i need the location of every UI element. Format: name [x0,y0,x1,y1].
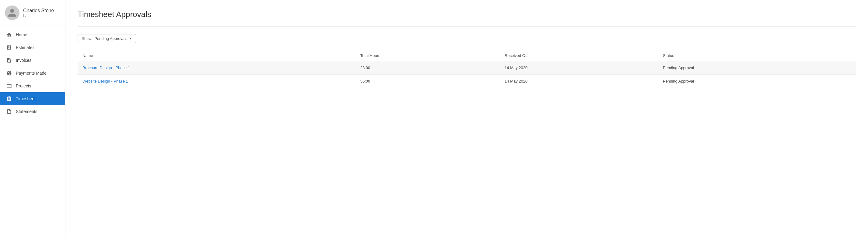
cell-total-hours: 23:00 [355,61,500,75]
sidebar-label-estimates: Estimates [16,45,34,50]
payments-icon [6,70,12,76]
table-body: Brochure Design - Phase 123:0014 May 202… [78,61,856,88]
timesheet-icon [6,96,12,102]
home-icon [6,32,12,38]
col-received-on: Received On [500,50,658,61]
cell-received-on: 14 May 2020 [500,61,658,75]
sidebar-item-home[interactable]: Home [0,28,65,41]
sidebar-label-payments-made: Payments Made [16,71,46,76]
cell-received-on: 14 May 2020 [500,75,658,88]
sidebar-label-home: Home [16,32,27,37]
avatar [5,5,20,20]
sidebar-label-projects: Projects [16,84,31,88]
sidebar-item-invoices[interactable]: Invoices [0,54,65,67]
user-subtitle: l . [23,13,54,18]
cell-status: Pending Approval [658,61,856,75]
filter-value: Pending Approvals [94,36,127,41]
estimates-icon [6,45,12,51]
sidebar-item-statements[interactable]: Statements [0,105,65,118]
chevron-down-icon: ▼ [129,37,132,40]
sidebar-item-timesheet[interactable]: Timesheet [0,92,65,105]
cell-name: Website Design - Phase 1 [78,75,355,88]
page-title: Timesheet Approvals [78,10,856,19]
sidebar-item-payments-made[interactable]: Payments Made [0,67,65,80]
user-name: Charles Stone [23,8,54,13]
invoices-icon [6,57,12,63]
approvals-table: Name Total Hours Received On Status Broc… [78,50,856,88]
col-total-hours: Total Hours [355,50,500,61]
statements-icon [6,109,12,115]
table-row: Brochure Design - Phase 123:0014 May 202… [78,61,856,75]
main-content: Timesheet Approvals Show: Pending Approv… [65,0,868,237]
nav-list: Home Estimates Invoices Payments Made Pr [0,26,65,120]
divider [78,27,856,27]
cell-status: Pending Approval [658,75,856,88]
col-status: Status [658,50,856,61]
show-label: Show: [82,36,93,41]
col-name: Name [78,50,355,61]
cell-total-hours: 56:00 [355,75,500,88]
filter-bar: Show: Pending Approvals ▼ [78,34,856,43]
table-header: Name Total Hours Received On Status [78,50,856,61]
sidebar-item-estimates[interactable]: Estimates [0,41,65,54]
sidebar-label-statements: Statements [16,109,37,114]
table-row: Website Design - Phase 156:0014 May 2020… [78,75,856,88]
show-filter-dropdown[interactable]: Show: Pending Approvals ▼ [78,34,136,43]
projects-icon [6,83,12,89]
timesheet-name-link[interactable]: Website Design - Phase 1 [83,79,128,84]
sidebar-item-projects[interactable]: Projects [0,80,65,92]
cell-name: Brochure Design - Phase 1 [78,61,355,75]
user-profile: Charles Stone l . [0,0,65,26]
sidebar-label-invoices: Invoices [16,58,31,63]
sidebar-label-timesheet: Timesheet [16,96,36,101]
sidebar: Charles Stone l . Home Estimates Invoice… [0,0,65,237]
timesheet-name-link[interactable]: Brochure Design - Phase 1 [83,65,130,70]
